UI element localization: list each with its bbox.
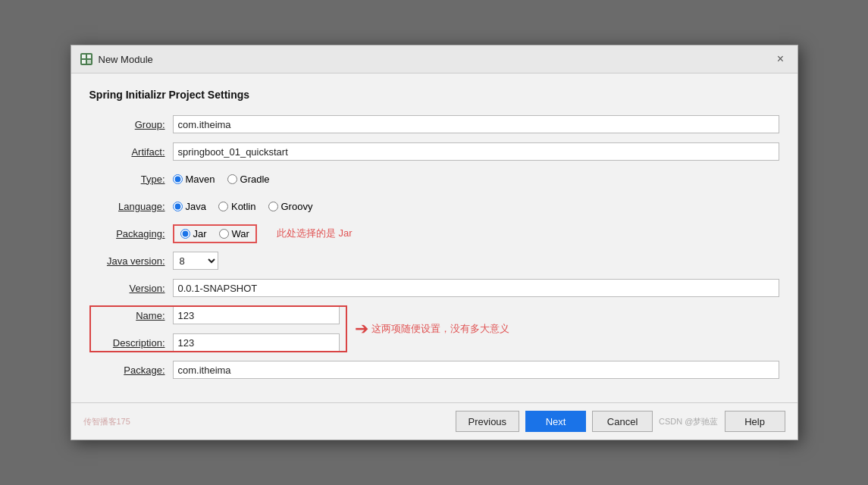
language-groovy-label: Groovy (281, 201, 313, 212)
version-input[interactable] (173, 279, 779, 297)
language-radio-group: Java Kotlin Groovy (173, 201, 313, 212)
title-bar: New Module × (71, 45, 797, 74)
dialog-title: New Module (99, 54, 153, 65)
type-gradle-option[interactable]: Gradle (227, 174, 270, 185)
packaging-label: Packaging: (89, 228, 173, 239)
packaging-jar-label: Jar (193, 228, 207, 239)
svg-rect-0 (82, 55, 86, 58)
artifact-input[interactable] (173, 142, 779, 161)
name-desc-annotation-container: ➔ 这两项随便设置，没有多大意义 (355, 321, 509, 337)
svg-rect-3 (87, 60, 91, 64)
java-version-label: Java version: (89, 255, 173, 267)
description-label: Description: (89, 337, 173, 349)
dialog-icon (80, 53, 92, 65)
packaging-annotation: 此处选择的是 Jar (277, 227, 353, 240)
name-input[interactable] (173, 306, 340, 324)
title-bar-left: New Module (80, 53, 153, 65)
name-desc-section: Name: Description: ➔ 这两项随便设置，没有多大意义 (89, 305, 779, 352)
type-maven-radio[interactable] (173, 174, 183, 184)
packaging-jar-option[interactable]: Jar (180, 228, 207, 239)
arrow-icon: ➔ (355, 321, 368, 337)
packaging-war-label: War (232, 228, 249, 239)
svg-rect-1 (87, 55, 91, 58)
language-kotlin-label: Kotlin (231, 201, 256, 212)
help-button[interactable]: Help (725, 411, 785, 432)
previous-button[interactable]: Previous (456, 411, 520, 432)
packaging-box: Jar War (173, 224, 257, 243)
artifact-row: Artifact: (89, 142, 779, 161)
language-groovy-option[interactable]: Groovy (268, 201, 313, 212)
new-module-dialog: New Module × Spring Initializr Project S… (71, 45, 798, 440)
dialog-content: Spring Initializr Project Settings Group… (71, 74, 797, 402)
watermark-left-text: 传智播客175 (83, 416, 130, 427)
package-row: Package: (89, 360, 779, 380)
language-kotlin-radio[interactable] (218, 202, 228, 211)
type-radio-group: Maven Gradle (173, 174, 270, 185)
section-title: Spring Initializr Project Settings (89, 89, 779, 101)
description-input[interactable] (173, 333, 340, 352)
next-button[interactable]: Next (525, 411, 586, 432)
name-desc-annotation: 这两项随便设置，没有多大意义 (371, 322, 509, 336)
packaging-jar-radio[interactable] (180, 229, 190, 239)
java-version-select[interactable]: 8 11 17 (173, 252, 218, 270)
packaging-war-radio[interactable] (219, 229, 229, 239)
type-maven-option[interactable]: Maven (173, 174, 215, 185)
type-gradle-radio[interactable] (227, 174, 237, 184)
language-java-radio[interactable] (173, 202, 183, 211)
package-input[interactable] (173, 361, 779, 379)
group-label: Group: (89, 119, 173, 130)
group-row: Group: (89, 114, 779, 134)
packaging-war-option[interactable]: War (219, 228, 249, 239)
group-input[interactable] (173, 115, 779, 133)
close-button[interactable]: × (773, 52, 788, 67)
dialog-footer: 传智播客175 Previous Next Cancel CSDN @梦驰蓝 H… (71, 402, 797, 440)
cancel-button[interactable]: Cancel (592, 411, 653, 432)
svg-rect-2 (82, 60, 86, 64)
type-label: Type: (89, 174, 173, 185)
name-label: Name: (89, 310, 173, 321)
type-maven-label: Maven (186, 174, 215, 185)
language-groovy-radio[interactable] (268, 202, 278, 211)
version-row: Version: (89, 278, 779, 298)
artifact-label: Artifact: (89, 146, 173, 158)
type-row: Type: Maven Gradle (89, 169, 779, 189)
language-row: Language: Java Kotlin Groovy (89, 196, 779, 216)
package-label: Package: (89, 365, 173, 376)
language-java-label: Java (186, 201, 206, 212)
packaging-row: Packaging: Jar War 此处选择的是 Jar (89, 224, 779, 243)
watermark-right-text: CSDN @梦驰蓝 (659, 416, 718, 427)
language-kotlin-option[interactable]: Kotlin (218, 201, 256, 212)
language-java-option[interactable]: Java (173, 201, 206, 212)
type-gradle-label: Gradle (240, 174, 270, 185)
java-version-row: Java version: 8 11 17 (89, 251, 779, 271)
language-label: Language: (89, 201, 173, 212)
version-label: Version: (89, 283, 173, 294)
